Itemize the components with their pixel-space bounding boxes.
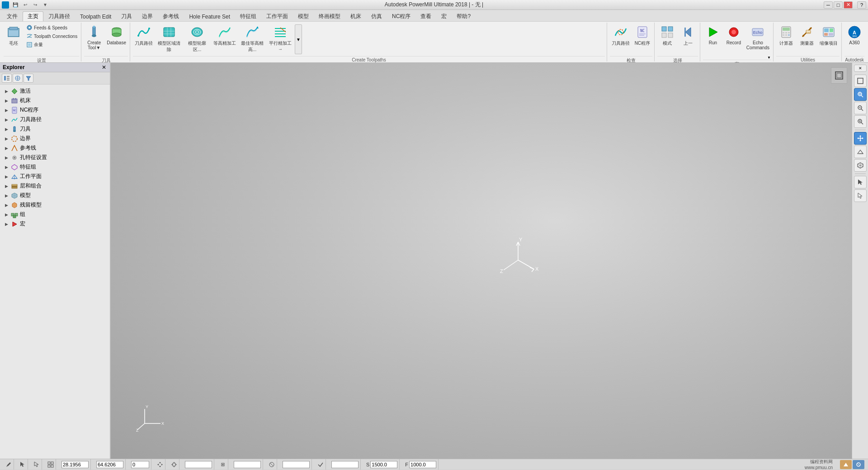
tab-hole-feature[interactable]: Hole Feature Set (184, 11, 235, 21)
tree-item-group[interactable]: ▶ 组 (0, 210, 110, 219)
tab-tool[interactable]: 刀具 (116, 11, 137, 21)
svg-marker-54 (12, 89, 17, 94)
nc-program-btn[interactable]: NC NC程序 (632, 24, 652, 56)
minimize-btn[interactable]: ─ (824, 1, 833, 9)
record-btn[interactable]: Record (724, 24, 744, 56)
tab-boundary[interactable]: 边界 (137, 11, 158, 21)
exp-list-btn[interactable] (2, 74, 12, 83)
rs-zoom-extents-btn[interactable] (854, 88, 867, 101)
diameter-input[interactable] (283, 461, 310, 468)
viewport-frame-btn[interactable] (831, 67, 847, 84)
svg-marker-122 (159, 462, 161, 463)
s-input[interactable] (370, 461, 397, 468)
exp-globe-btn[interactable] (13, 74, 23, 83)
rs-zoom-in-btn[interactable] (854, 102, 867, 114)
contour-finish-btn[interactable]: 等高精加工 (212, 24, 238, 56)
tree-item-activate[interactable]: ▶ 激活 (0, 86, 110, 96)
coord-x-input[interactable] (61, 461, 89, 468)
tab-nc[interactable]: NC程序 (387, 11, 415, 21)
rs-3d-view-btn[interactable] (854, 146, 867, 158)
echo-btn[interactable]: Echo EchoCommands (745, 24, 771, 56)
create-tool-btn[interactable]: CreateTool▼ (84, 24, 104, 56)
measure-btn[interactable]: mm 测量器 (797, 24, 817, 56)
tree-arrow-tool: ▶ (4, 127, 9, 132)
settings-small-group: Feeds & Speeds Toolpath Connections 余量 (24, 24, 79, 49)
more-toolpaths-btn[interactable]: ▼ (295, 24, 302, 54)
tab-home[interactable]: 主页 (23, 11, 43, 21)
tab-help[interactable]: 帮助? (452, 11, 476, 21)
mode-btn[interactable]: 模式 (657, 24, 677, 56)
a360-btn[interactable]: A360 A360 (844, 24, 864, 56)
explorer-close-btn[interactable]: ✕ (101, 64, 107, 70)
qa-dropdown[interactable]: ▼ (41, 1, 50, 9)
feeds-btn[interactable]: Feeds & Speeds (24, 24, 79, 32)
exp-filter-btn[interactable] (24, 74, 33, 83)
check-toolpath-btn[interactable]: 刀具路径 (610, 24, 632, 56)
stock-btn[interactable]: 毛坯 (4, 24, 24, 56)
tree-item-tool[interactable]: ▶ 刀具 (0, 124, 110, 134)
tree-label-tool: 刀具 (20, 125, 31, 133)
f-input[interactable] (409, 461, 436, 468)
tree-item-reference[interactable]: ▶ 参考线 (0, 143, 110, 153)
value3-input[interactable] (331, 461, 359, 468)
rs-pan-btn[interactable] (854, 132, 867, 145)
rs-frame-btn[interactable] (854, 75, 867, 87)
expand-toolpaths-icon[interactable]: ▼ (295, 24, 302, 54)
parallel-finish-btn[interactable]: 平行精加工→ (267, 24, 294, 56)
tree-item-layer[interactable]: ▶ 层和组合 (0, 181, 110, 191)
tab-macro[interactable]: 宏 (436, 11, 452, 21)
tab-reference[interactable]: 参考线 (158, 11, 184, 21)
macro-expand-btn[interactable]: ▼ (767, 55, 771, 60)
snap-input[interactable] (185, 461, 212, 468)
tab-feature-group[interactable]: 特征组 (235, 11, 261, 21)
maximize-btn[interactable]: □ (834, 1, 843, 9)
ribbon-group-check: 刀具路径 NC NC程序 检查 (608, 23, 655, 61)
qa-undo[interactable]: ↩ (21, 1, 30, 9)
coord-y-input[interactable] (96, 461, 123, 468)
thumbnail-btn[interactable]: 缩像项目 (818, 24, 840, 56)
tab-file[interactable]: 文件 (2, 11, 23, 21)
tree-item-hole[interactable]: ▶ 孔特征设置 (0, 153, 110, 162)
tree-item-macro[interactable]: ▶ 宏 (0, 219, 110, 229)
tab-simulation[interactable]: 仿真 (366, 11, 387, 21)
rs-close-btn[interactable]: ✕ (854, 65, 867, 72)
connections-btn[interactable]: Toolpath Connections (24, 32, 79, 40)
tree-item-model[interactable]: ▶ 模型 (0, 191, 110, 200)
tab-model[interactable]: 模型 (293, 11, 314, 21)
coord-z-input[interactable] (131, 461, 149, 468)
tab-toolpath[interactable]: 刀具路径 (43, 11, 75, 21)
tree-item-machine[interactable]: ▶ 机床 (0, 96, 110, 105)
tree-item-toolpath[interactable]: ▶ 刀具路径 (0, 115, 110, 124)
tree-item-feature[interactable]: ▶ 特征组 (0, 162, 110, 172)
run-btn[interactable]: Run (703, 24, 723, 56)
viewport[interactable]: Y X Z Y X Z (111, 63, 852, 459)
tab-view[interactable]: 查看 (415, 11, 436, 21)
help-btn[interactable]: ? (857, 1, 866, 9)
qa-save[interactable]: 💾 (11, 1, 20, 9)
tree-item-nc[interactable]: ▶ NC NC程序 (0, 105, 110, 115)
toolpath-btn[interactable]: 刀具路径 (133, 24, 155, 56)
model-area-btn[interactable]: 模型区域清除 (156, 24, 183, 56)
database-btn[interactable]: Database (105, 24, 128, 56)
qa-redo[interactable]: ↪ (31, 1, 40, 9)
tab-workplane[interactable]: 工作平面 (261, 11, 293, 21)
rs-wireframe-btn[interactable] (854, 159, 867, 172)
tab-rendered-model[interactable]: 终画模型 (314, 11, 345, 21)
svg-marker-71 (12, 202, 17, 208)
rs-zoom-out-btn[interactable] (854, 115, 867, 128)
tree-item-workplane[interactable]: ▶ 工作平面 (0, 172, 110, 181)
tree-item-residual[interactable]: ▶ 残留模型 (0, 200, 110, 210)
tab-toolpath-edit[interactable]: Toolpath Edit (75, 11, 116, 21)
prev-btn[interactable]: 上一 (678, 24, 698, 56)
value2-input[interactable] (234, 461, 261, 468)
tab-machine[interactable]: 机床 (345, 11, 366, 21)
model-contour-btn[interactable]: 模型轮廓区... (184, 24, 211, 56)
nc-program-icon: NC (635, 25, 650, 39)
rs-select2-btn[interactable] (854, 189, 867, 202)
calculator-btn[interactable]: 计算器 (776, 24, 796, 56)
best-contour-btn[interactable]: 最佳等高精高... (239, 24, 266, 56)
tree-item-boundary[interactable]: ▶ 边界 (0, 134, 110, 143)
allowance-btn[interactable]: 余量 (24, 41, 79, 49)
close-btn[interactable]: ✕ (844, 1, 853, 9)
rs-select-btn[interactable] (854, 176, 867, 188)
